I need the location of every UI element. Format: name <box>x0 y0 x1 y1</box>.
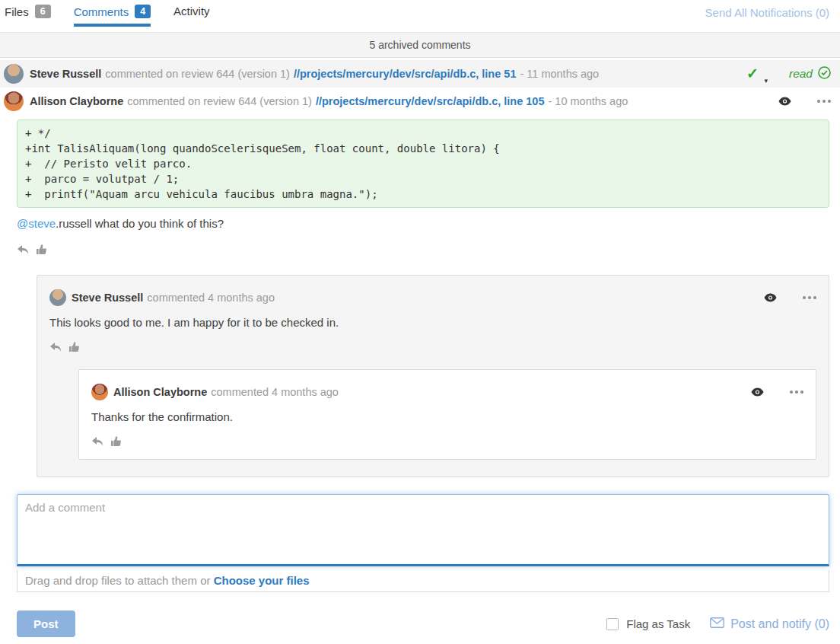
like-icon[interactable] <box>36 244 47 255</box>
avatar[interactable] <box>91 384 108 400</box>
comment-author: Allison Clayborne <box>30 95 123 107</box>
post-and-notify-link[interactable]: Post and notify (0) <box>710 617 829 631</box>
comment-body: @steve.russell what do you think of this… <box>17 217 829 230</box>
reply-body: Thanks for the confirmation. <box>91 410 803 423</box>
task-state-button[interactable]: ✓ ▾ <box>746 65 763 82</box>
tab-comments[interactable]: Comments 4 <box>74 5 151 27</box>
read-check-icon <box>818 66 831 81</box>
reply-icon[interactable] <box>49 342 62 352</box>
dropzone-text: Drag and drop files to attach them or <box>25 574 214 587</box>
comment-actions <box>17 244 840 255</box>
reply-author: Allison Clayborne <box>113 386 207 398</box>
avatar[interactable] <box>4 64 24 84</box>
comments-count-badge: 4 <box>135 5 151 18</box>
user-mention-link[interactable]: @steve <box>17 217 56 230</box>
code-line: + // Peristo velit parco. <box>25 156 821 171</box>
reply-actions <box>91 435 803 447</box>
comment-header-row: Allison Clayborne commented on review 64… <box>0 88 840 115</box>
comment-age: - 11 months ago <box>520 68 599 80</box>
send-all-notifications-link[interactable]: Send All Notifications (0) <box>705 5 829 19</box>
review-tabs: Files 6 Comments 4 Activity Send All Not… <box>0 0 840 27</box>
code-line: + parco = volutpat / 1; <box>25 171 821 187</box>
more-actions-button[interactable] <box>790 387 803 397</box>
archived-comment-row: Steve Russell commented on review 644 (v… <box>0 60 840 88</box>
eye-icon[interactable] <box>764 293 777 302</box>
file-dropzone[interactable]: Drag and drop files to attach them or Ch… <box>17 570 829 592</box>
file-link[interactable]: //projects/mercury/dev/src/api/db.c, lin… <box>294 68 517 80</box>
chevron-down-icon: ▾ <box>764 77 768 84</box>
eye-icon[interactable] <box>778 97 791 106</box>
flag-as-task-label: Flag as Task <box>626 617 690 630</box>
comment-action-text: commented on review 644 (version 1) <box>105 68 290 80</box>
tab-comments-label: Comments <box>74 5 129 18</box>
comment-age: - 10 months ago <box>548 95 628 107</box>
reply-actions <box>49 341 816 352</box>
envelope-icon <box>710 617 724 631</box>
check-icon: ✓ <box>746 65 759 81</box>
file-link[interactable]: //projects/mercury/dev/src/api/db.c, lin… <box>316 95 545 107</box>
eye-icon[interactable] <box>751 387 764 397</box>
avatar[interactable] <box>49 289 66 306</box>
reply-thread: Steve Russell commented 4 months ago Thi… <box>37 275 829 477</box>
reply-meta: commented 4 months ago <box>147 292 275 304</box>
tab-activity-label: Activity <box>173 5 210 18</box>
code-line: + printf("Aquam arcu vehicula faucibus u… <box>25 187 821 202</box>
reply-meta: commented 4 months ago <box>211 386 339 398</box>
avatar[interactable] <box>4 91 24 111</box>
comment-body-text: .russell what do you think of this? <box>56 217 224 230</box>
archived-comments-toggle[interactable]: 5 archived comments <box>0 32 840 58</box>
add-comment-input[interactable] <box>17 494 829 566</box>
reply-author: Steve Russell <box>72 292 143 304</box>
tab-files-label: Files <box>5 5 29 18</box>
post-button[interactable]: Post <box>17 611 75 637</box>
tab-files[interactable]: Files 6 <box>5 5 51 24</box>
reply-icon[interactable] <box>91 436 103 447</box>
more-actions-button[interactable] <box>803 293 816 302</box>
read-label: read <box>789 67 813 81</box>
code-line: + */ <box>25 126 821 141</box>
reply-body: This looks good to me. I am happy for it… <box>49 316 816 329</box>
post-and-notify-label: Post and notify (0) <box>730 617 829 631</box>
like-icon[interactable] <box>68 341 80 352</box>
reply-header: Steve Russell commented 4 months ago <box>49 289 816 306</box>
choose-files-link[interactable]: Choose your files <box>214 574 310 587</box>
files-count-badge: 6 <box>35 5 51 18</box>
reply-icon[interactable] <box>17 244 29 255</box>
reply-header: Allison Clayborne commented 4 months ago <box>91 384 803 400</box>
comment-action-text: commented on review 644 (version 1) <box>127 95 312 107</box>
like-icon[interactable] <box>110 435 122 447</box>
code-line: +int TalisAliquam(long quandoScelerisque… <box>25 141 821 156</box>
comment-author: Steve Russell <box>30 68 101 80</box>
more-actions-button[interactable] <box>817 97 831 106</box>
composer-footer: Post Flag as Task Post and notify (0) <box>17 611 829 637</box>
flag-as-task-checkbox[interactable] <box>606 618 619 630</box>
read-toggle[interactable]: read <box>789 66 831 81</box>
tab-activity[interactable]: Activity <box>173 5 210 23</box>
comment-composer: Drag and drop files to attach them or Ch… <box>17 494 829 592</box>
reply-thread-nested: Allison Clayborne commented 4 months ago… <box>78 369 816 460</box>
code-context-block: + */ +int TalisAliquam(long quandoSceler… <box>17 120 829 208</box>
